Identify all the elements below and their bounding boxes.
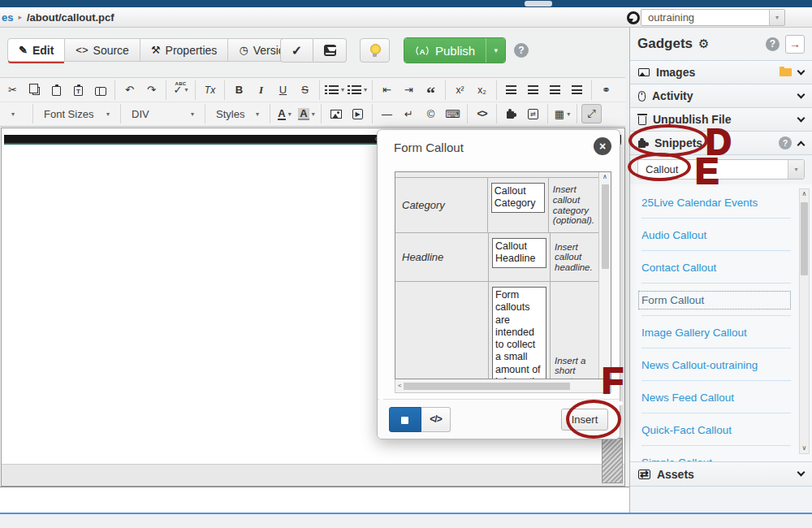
special-character-button[interactable]: ©	[421, 104, 441, 123]
collapse-sidebar-button[interactable]: →	[785, 35, 805, 54]
snippet-link-contact-callout[interactable]: Contact Callout	[641, 262, 716, 274]
field-value-box[interactable]: Callout Headline	[492, 238, 546, 268]
snippet-link-audio-callout[interactable]: Audio Callout	[641, 229, 706, 241]
bold-button[interactable]: B	[229, 80, 249, 100]
site-selector-dropdown-button[interactable]: ▾	[769, 10, 784, 25]
field-value-box[interactable]: Callout Category	[491, 183, 545, 213]
snippet-list-scrollbar[interactable]: ∧ ∨	[799, 188, 810, 454]
sidebar-section-unpublish[interactable]: Unpublish File	[630, 108, 812, 132]
table-button[interactable]: ▦▾	[552, 104, 572, 123]
publish-dropdown-button[interactable]: ▾	[486, 38, 505, 63]
images-label: Images	[656, 66, 695, 79]
insert-source-button[interactable]: <>	[472, 104, 492, 123]
scrollbar-thumb[interactable]	[602, 184, 609, 269]
snippet-category-select[interactable]: Callout ▾	[637, 159, 805, 180]
paste-as-text-button[interactable]	[68, 80, 89, 100]
code-view-button[interactable]: </>	[421, 407, 451, 432]
sidebar-section-assets[interactable]: ⇄ Assets	[630, 462, 812, 487]
sidebar-section-images[interactable]: Images	[630, 61, 812, 84]
insert-image-button[interactable]	[326, 104, 346, 123]
scroll-up-arrow[interactable]: ∧	[802, 189, 807, 199]
redo-button[interactable]: ↷	[141, 80, 162, 100]
outdent-button[interactable]: ⇤	[377, 80, 397, 100]
link-button[interactable]: ⚭	[596, 80, 616, 100]
italic-button[interactable]: I	[251, 80, 271, 100]
superscript-button[interactable]: x²	[450, 80, 470, 100]
close-icon[interactable]: ×	[594, 137, 611, 155]
editor-horizontal-scrollbar[interactable]	[2, 464, 624, 486]
text-color-button[interactable]: A▾	[274, 104, 295, 123]
insert-video-button[interactable]: ▶	[348, 104, 368, 123]
align-right-button[interactable]	[545, 80, 565, 100]
snippet-view-button[interactable]	[389, 407, 421, 432]
save-button[interactable]	[313, 38, 347, 63]
snippet-link-quick-fact-callout[interactable]: Quick-Fact Callout	[641, 424, 732, 436]
justify-button[interactable]	[567, 80, 587, 100]
align-left-button[interactable]	[501, 80, 521, 100]
find-replace-button[interactable]	[90, 80, 110, 100]
help-button[interactable]: ?	[514, 43, 529, 58]
folder-icon[interactable]	[780, 68, 792, 76]
strikethrough-button[interactable]: S	[295, 80, 315, 100]
collapse-handle[interactable]	[525, 1, 552, 6]
snippet-link-form-callout[interactable]: Form Callout	[641, 294, 788, 306]
snippet-link-25live-calendar-events[interactable]: 25Live Calendar Events	[641, 197, 758, 209]
save-and-exit-button[interactable]: ✓	[280, 38, 313, 63]
snippet-link-simple-callout[interactable]: Simple Callout	[641, 457, 712, 462]
editor-scrollbar-thumb[interactable]	[602, 438, 623, 483]
blockquote-button[interactable]: “	[421, 80, 441, 100]
scroll-down-arrow[interactable]: ∨	[603, 369, 607, 379]
numbered-list-button[interactable]: ▾	[347, 80, 368, 100]
undo-button[interactable]: ↶	[119, 80, 140, 100]
underline-button[interactable]: U	[273, 80, 293, 100]
tab-edit[interactable]: ✎Edit	[7, 38, 65, 62]
scroll-down-arrow[interactable]: ∨	[802, 444, 807, 453]
snippet-link-image-gallery-callout[interactable]: Image Gallery Callout	[641, 327, 747, 339]
dialog-horizontal-scrollbar[interactable]: < >	[395, 379, 611, 393]
remove-format-button[interactable]: Tx	[200, 80, 220, 100]
breadcrumb-site-link[interactable]: es	[2, 11, 13, 24]
spellcheck-button[interactable]: ABC✓▾	[171, 80, 191, 100]
background-color-button[interactable]: A▾	[296, 104, 317, 123]
tab-source[interactable]: <>Source	[65, 38, 140, 62]
scrollbar-thumb[interactable]	[801, 202, 808, 275]
snippets-help-button[interactable]: ?	[779, 136, 792, 149]
scroll-up-arrow[interactable]: ∧	[603, 172, 607, 182]
font-sizes-select[interactable]: Font Sizes▾	[37, 104, 116, 123]
field-value-box[interactable]: Form callouts are intended to collect a …	[492, 287, 546, 379]
scroll-left-arrow[interactable]: <	[398, 381, 402, 391]
insert-form-button[interactable]: ⌨	[443, 104, 463, 123]
copy-button[interactable]	[24, 80, 45, 100]
snippet-link-news-callout-outraining[interactable]: News Callout-outraining	[641, 359, 758, 371]
snippet-link-news-feed-callout[interactable]: News Feed Callout	[641, 392, 734, 404]
paste-button[interactable]	[46, 80, 67, 100]
indent-button[interactable]: ⇥	[399, 80, 419, 100]
site-selector[interactable]: outraining ▾	[641, 9, 785, 26]
checked-out-button[interactable]	[360, 38, 390, 63]
scrollbar-thumb[interactable]	[404, 383, 570, 390]
horizontal-rule-button[interactable]: —	[377, 104, 397, 123]
assets-label: Assets	[657, 468, 694, 481]
bullet-list-button[interactable]: ▾	[324, 80, 345, 100]
line-break-button[interactable]: ↵	[399, 104, 419, 123]
snippet-category-dropdown-button[interactable]: ▾	[788, 160, 804, 179]
publish-button[interactable]: A Publish	[404, 38, 486, 63]
block-format-select[interactable]: ▾	[2, 104, 28, 123]
tab-properties[interactable]: ⚒Properties	[140, 38, 228, 62]
gadgets-help-button[interactable]: ?	[766, 37, 780, 51]
dialog-vertical-scrollbar[interactable]: ∧ ∨	[598, 172, 611, 379]
insert-snippet-button[interactable]	[501, 104, 521, 123]
subscript-button[interactable]: x₂	[472, 80, 492, 100]
cut-button[interactable]: ✂	[2, 80, 23, 100]
insert-asset-button[interactable]: ⇄	[523, 104, 543, 123]
outdent-icon: ⇤	[382, 84, 391, 96]
sidebar-section-activity[interactable]: Activity	[630, 84, 812, 108]
align-center-button[interactable]	[523, 80, 543, 100]
styles-select[interactable]: Styles▾	[209, 104, 266, 123]
sidebar-section-snippets[interactable]: Snippets ?	[630, 132, 812, 155]
scroll-right-arrow[interactable]: >	[604, 381, 608, 391]
region-select[interactable]: DIV▾	[125, 104, 201, 123]
gear-icon[interactable]: ⚙	[698, 37, 709, 51]
maximize-button[interactable]: ⤢	[581, 104, 602, 123]
insert-button[interactable]: Insert	[561, 409, 608, 431]
